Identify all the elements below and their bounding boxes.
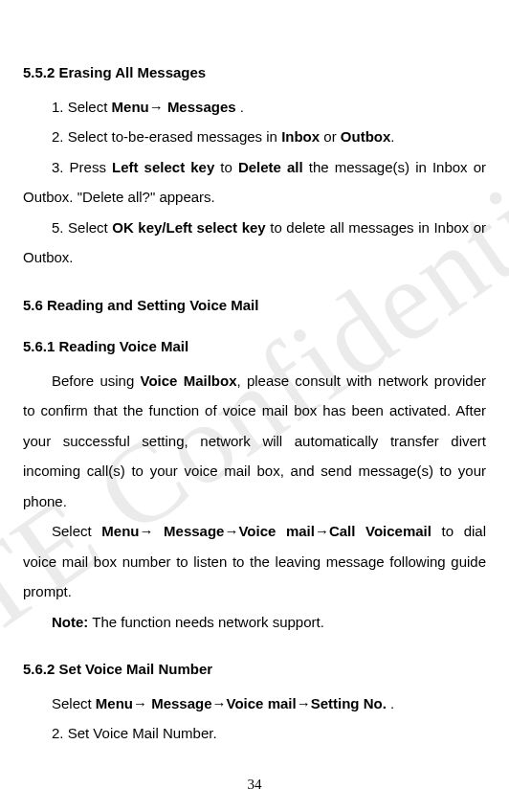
page-number: 34	[0, 777, 509, 793]
para-561-1: Before using Voice Mailbox, please consu…	[23, 366, 486, 517]
text: The function needs network support.	[88, 614, 324, 630]
text: 2. Select to-be-erased messages in	[52, 128, 281, 145]
text: or	[320, 128, 341, 145]
para-561-note: Note: The function needs network support…	[23, 607, 486, 638]
text: .	[387, 695, 394, 711]
step-1: 1. Select Menu→ Messages .	[23, 92, 486, 123]
bold: Outbox	[341, 128, 391, 145]
bold: Menu→ Message→Voice mail→Call Voicemail	[101, 523, 432, 539]
bold: OK key/Left select key	[112, 219, 265, 236]
para-561-2: Select Menu→ Message→Voice mail→Call Voi…	[23, 516, 486, 607]
step-3: 3. Press Left select key to Delete all t…	[23, 152, 486, 213]
text: Before using	[52, 372, 141, 389]
para-562-1: Select Menu→ Message→Voice mail→Setting …	[23, 688, 486, 719]
text: .	[236, 99, 244, 115]
bold: Inbox	[281, 128, 320, 145]
step-2: 2. Select to-be-erased messages in Inbox…	[23, 122, 486, 152]
text: to	[214, 159, 238, 175]
bold: Menu→ Message→Voice mail→Setting No.	[96, 695, 387, 711]
bold: Menu→ Messages	[112, 99, 236, 115]
text: .	[390, 128, 394, 145]
heading-5-6: 5.6 Reading and Setting Voice Mail	[23, 290, 486, 321]
heading-5-6-1: 5.6.1 Reading Voice Mail	[23, 331, 486, 362]
bold: Voice Mailbox	[141, 372, 237, 389]
text: 5. Select	[52, 219, 112, 236]
para-562-2: 2. Set Voice Mail Number.	[23, 718, 486, 749]
text: 1. Select	[52, 99, 112, 115]
text: 3. Press	[52, 159, 112, 175]
text: , please consult with network provider t…	[23, 372, 486, 509]
bold: Note:	[52, 614, 88, 630]
text: Select	[52, 695, 96, 711]
heading-5-5-2: 5.5.2 Erasing All Messages	[23, 57, 486, 88]
document-page: ZTE Confidential 5.5.2 Erasing All Messa…	[0, 0, 509, 812]
bold: Delete all	[238, 159, 303, 175]
step-5: 5. Select OK key/Left select key to dele…	[23, 213, 486, 273]
bold: Left select key	[112, 159, 214, 175]
heading-5-6-2: 5.6.2 Set Voice Mail Number	[23, 654, 486, 685]
page-content: 5.5.2 Erasing All Messages 1. Select Men…	[23, 57, 486, 749]
text: Select	[52, 523, 101, 539]
